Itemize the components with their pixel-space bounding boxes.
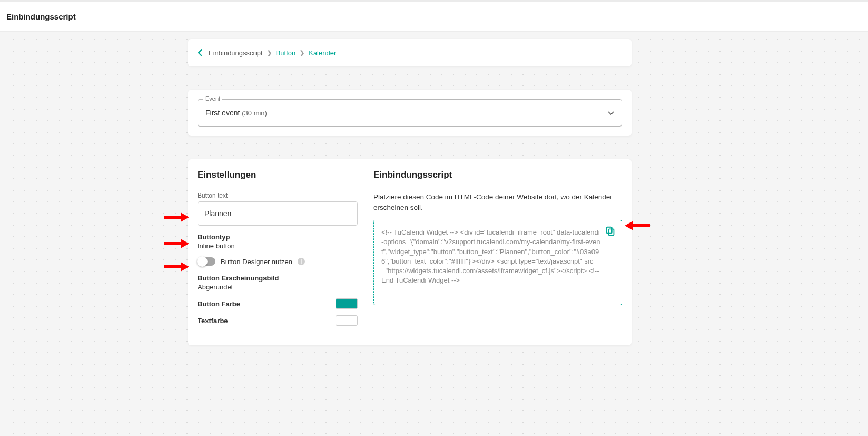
- svg-marker-8: [625, 221, 633, 230]
- svg-rect-4: [164, 242, 181, 245]
- button-type-label: Buttontyp: [198, 233, 358, 241]
- designer-toggle-label: Button Designer nutzen: [221, 258, 292, 266]
- chevron-right-icon: ❯: [300, 50, 304, 56]
- appearance-label: Button Erscheinungsbild: [198, 274, 358, 282]
- event-select-label: Event: [203, 95, 222, 102]
- breadcrumb: Einbindungsscript ❯ Button ❯ Kalender: [209, 49, 336, 57]
- toggle-knob: [197, 256, 208, 267]
- svg-rect-2: [164, 216, 181, 219]
- breadcrumb-card: Einbindungsscript ❯ Button ❯ Kalender: [188, 39, 632, 66]
- breadcrumb-button[interactable]: Button: [276, 49, 296, 57]
- annotation-arrow: [164, 262, 189, 272]
- embed-code-box[interactable]: <!-- TuCalendi Widget --> <div id="tucal…: [373, 220, 622, 305]
- settings-column: Einstellungen Button text Buttontyp Inli…: [198, 170, 366, 336]
- back-button[interactable]: [198, 49, 202, 56]
- svg-rect-9: [633, 224, 650, 227]
- embed-description: Platziere diesen Code im HTML-Code deine…: [373, 192, 622, 212]
- annotation-arrow: [625, 221, 650, 230]
- event-card: Event First event (30 min): [188, 90, 632, 136]
- chevron-right-icon: ❯: [267, 50, 272, 56]
- copy-button[interactable]: [605, 226, 616, 237]
- embed-column: Einbindungsscript Platziere diesen Code …: [366, 170, 622, 336]
- chevron-left-icon: [198, 49, 202, 56]
- embed-title: Einbindungsscript: [373, 170, 622, 180]
- breadcrumb-kalender[interactable]: Kalender: [309, 49, 336, 57]
- embed-code-text: <!-- TuCalendi Widget --> <div id="tucal…: [381, 228, 600, 284]
- event-select-value: First event (30 min): [205, 109, 267, 117]
- annotation-arrow: [164, 239, 189, 248]
- svg-marker-5: [181, 239, 189, 248]
- svg-rect-0: [608, 229, 614, 236]
- button-color-swatch[interactable]: [336, 298, 358, 309]
- caret-down-icon: [608, 108, 614, 118]
- settings-card: Einstellungen Button text Buttontyp Inli…: [188, 159, 632, 345]
- svg-marker-3: [181, 212, 189, 222]
- svg-rect-1: [607, 227, 612, 234]
- annotation-arrow: [164, 212, 189, 222]
- button-text-label: Button text: [198, 192, 358, 199]
- copy-icon: [605, 226, 616, 237]
- text-color-swatch[interactable]: [336, 315, 358, 326]
- button-type-value: Inline button: [198, 242, 358, 250]
- button-text-input[interactable]: [198, 201, 358, 226]
- breadcrumb-root: Einbindungsscript: [209, 49, 263, 57]
- button-color-label: Button Farbe: [198, 300, 240, 308]
- text-color-label: Textfarbe: [198, 317, 228, 325]
- designer-toggle[interactable]: [198, 257, 215, 266]
- info-icon[interactable]: i: [298, 258, 305, 265]
- settings-title: Einstellungen: [198, 170, 358, 180]
- page-header: Einbindungsscript: [0, 2, 868, 32]
- appearance-value: Abgerundet: [198, 283, 358, 291]
- page-title: Einbindungsscript: [6, 12, 76, 21]
- svg-rect-6: [164, 265, 181, 268]
- svg-marker-7: [181, 262, 189, 272]
- event-select[interactable]: Event First event (30 min): [198, 99, 622, 127]
